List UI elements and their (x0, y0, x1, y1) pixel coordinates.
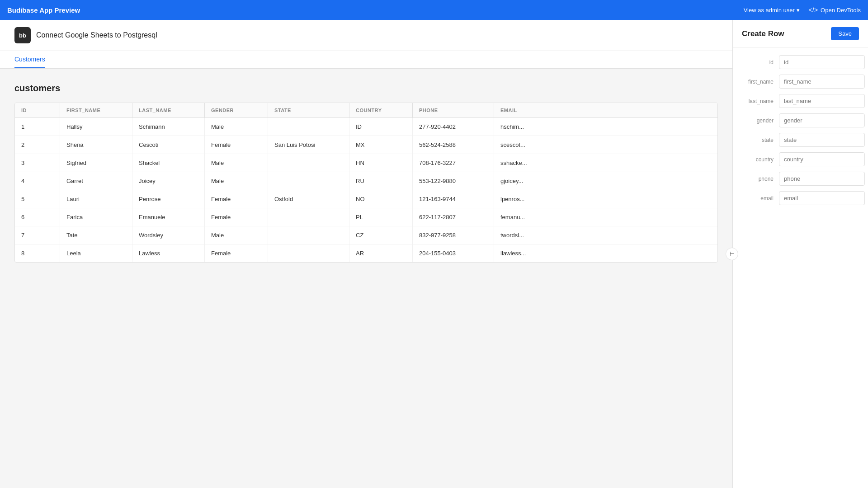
field-input-country[interactable] (779, 152, 865, 166)
table-cell: Female (205, 208, 268, 226)
table-cell: twordsl... (494, 226, 585, 244)
field-input-first_name[interactable] (779, 75, 865, 89)
col-phone: PHONE (413, 103, 494, 117)
table-cell: lpenros... (494, 190, 585, 208)
table-row[interactable]: 1HallsySchimannMaleID277-920-4402hschim.… (15, 118, 717, 136)
field-input-last_name[interactable] (779, 94, 865, 108)
table-cell: 7 (15, 226, 60, 244)
table-cell: Farica (60, 208, 132, 226)
table-cell: Lauri (60, 190, 132, 208)
open-devtools-button[interactable]: </> Open DevTools (809, 6, 861, 14)
table-cell: hschim... (494, 118, 585, 136)
devtools-label: Open DevTools (821, 7, 861, 14)
table-cell: 3 (15, 154, 60, 172)
table-cell: 121-163-9744 (413, 190, 494, 208)
table-cell: Joicey (132, 172, 205, 190)
table-row[interactable]: 8LeelaLawlessFemaleAR204-155-0403llawles… (15, 244, 717, 262)
panel-collapse-button[interactable]: ⊢ (726, 248, 738, 260)
table-cell: MX (349, 136, 413, 154)
col-gender: GENDER (205, 103, 268, 117)
col-id: ID (15, 103, 60, 117)
brand-label: Budibase App Preview (7, 6, 80, 14)
table-row[interactable]: 7TateWordsleyMaleCZ832-977-9258twordsl..… (15, 226, 717, 244)
table-cell: gjoicey... (494, 172, 585, 190)
table-cell: Emanuele (132, 208, 205, 226)
nav-item-customers[interactable]: Customers (14, 51, 45, 68)
table-cell (268, 154, 349, 172)
field-row-first_name: first_name (742, 75, 859, 89)
field-row-phone: phone (742, 172, 859, 186)
col-country: COUNTRY (349, 103, 413, 117)
field-input-state[interactable] (779, 133, 865, 147)
col-last-name: LAST_NAME (132, 103, 205, 117)
table-cell: Lawless (132, 244, 205, 262)
table-cell: Sigfried (60, 154, 132, 172)
app-header: bb Connect Google Sheets to Postgresql (0, 20, 732, 51)
app-title: Connect Google Sheets to Postgresql (36, 31, 157, 39)
table-cell: 562-524-2588 (413, 136, 494, 154)
field-row-last_name: last_name (742, 94, 859, 108)
table-cell: Male (205, 172, 268, 190)
table-cell: llawless... (494, 244, 585, 262)
col-first-name: FIRST_NAME (60, 103, 132, 117)
table-cell: Female (205, 244, 268, 262)
table-row[interactable]: 4GarretJoiceyMaleRU553-122-9880gjoicey..… (15, 172, 717, 190)
table-section: customers ID FIRST_NAME LAST_NAME GENDER… (0, 69, 732, 277)
code-icon: </> (809, 6, 818, 14)
table-cell: PL (349, 208, 413, 226)
save-button[interactable]: Save (831, 27, 859, 40)
table-cell (268, 172, 349, 190)
field-input-id[interactable] (779, 55, 865, 69)
table-cell: scescot... (494, 136, 585, 154)
table-row[interactable]: 2ShenaCescotiFemaleSan Luis PotosiMX562-… (15, 136, 717, 154)
app-nav: Customers (0, 51, 732, 69)
field-label-gender: gender (742, 117, 774, 124)
table-cell: femanu... (494, 208, 585, 226)
table-row[interactable]: 5LauriPenroseFemaleOstfoldNO121-163-9744… (15, 190, 717, 208)
panel-fields: idfirst_namelast_namegenderstatecountryp… (733, 48, 868, 212)
table-cell: Wordsley (132, 226, 205, 244)
table-cell: 622-117-2807 (413, 208, 494, 226)
view-admin-label: View as admin user (744, 7, 795, 14)
col-email: EMAIL (494, 103, 585, 117)
table-row[interactable]: 6FaricaEmanueleFemalePL622-117-2807feman… (15, 208, 717, 226)
table-cell: ID (349, 118, 413, 136)
table-cell (268, 208, 349, 226)
panel-title: Create Row (742, 29, 784, 38)
field-label-country: country (742, 156, 774, 163)
table-cell: Male (205, 154, 268, 172)
table-cell: 1 (15, 118, 60, 136)
table-cell: Garret (60, 172, 132, 190)
field-input-email[interactable] (779, 191, 865, 205)
table-cell: RU (349, 172, 413, 190)
field-label-email: email (742, 195, 774, 202)
table-cell: 553-122-9880 (413, 172, 494, 190)
field-row-id: id (742, 55, 859, 69)
main-layout: bb Connect Google Sheets to Postgresql C… (0, 20, 868, 488)
table-cell (268, 118, 349, 136)
field-row-country: country (742, 152, 859, 166)
table-cell: 5 (15, 190, 60, 208)
field-input-gender[interactable] (779, 113, 865, 127)
table-cell: Male (205, 226, 268, 244)
table-cell: HN (349, 154, 413, 172)
table-cell: Cescoti (132, 136, 205, 154)
table-cell: Ostfold (268, 190, 349, 208)
table-header: ID FIRST_NAME LAST_NAME GENDER STATE COU… (15, 103, 717, 118)
table-cell: 6 (15, 208, 60, 226)
field-label-phone: phone (742, 176, 774, 182)
field-row-gender: gender (742, 113, 859, 127)
table-cell: Penrose (132, 190, 205, 208)
table-row[interactable]: 3SigfriedShackelMaleHN708-176-3227sshack… (15, 154, 717, 172)
table-cell: sshacke... (494, 154, 585, 172)
topbar: Budibase App Preview View as admin user … (0, 0, 868, 20)
table-cell: Female (205, 136, 268, 154)
table-cell: Shena (60, 136, 132, 154)
field-input-phone[interactable] (779, 172, 865, 186)
field-label-id: id (742, 59, 774, 66)
table-cell: Leela (60, 244, 132, 262)
data-table: ID FIRST_NAME LAST_NAME GENDER STATE COU… (14, 103, 718, 263)
view-admin-button[interactable]: View as admin user ▾ (744, 7, 800, 14)
chevron-down-icon: ▾ (797, 7, 800, 14)
table-cell: NO (349, 190, 413, 208)
